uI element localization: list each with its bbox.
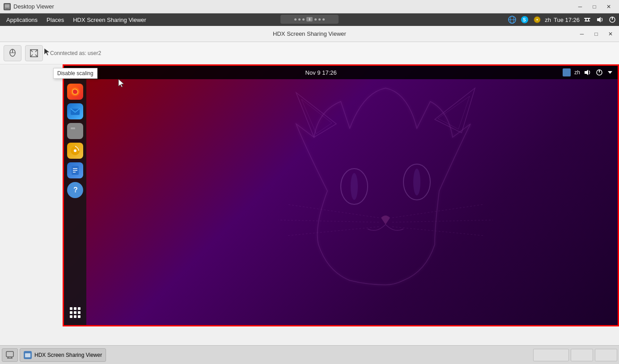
scale-tool-button[interactable]: Disable scaling [25, 45, 43, 61]
hdx-minimize-button[interactable]: ─ [575, 29, 589, 39]
svg-rect-54 [6, 351, 13, 357]
window-controls: ─ □ ✕ [573, 2, 615, 12]
svg-line-50 [287, 204, 379, 218]
taskbar-placeholder-2 [571, 349, 593, 361]
svg-marker-29 [608, 71, 612, 74]
connected-label: Conntected as: user2 [50, 50, 101, 56]
svg-rect-58 [25, 353, 30, 357]
dock-docs-icon[interactable] [67, 162, 83, 178]
close-button[interactable]: ✕ [602, 2, 615, 12]
hdx-win-controls: ─ □ ✕ [575, 29, 617, 39]
ubuntu-dock: ? [64, 79, 86, 325]
taskbar-placeholder-3 [595, 349, 617, 361]
language-label[interactable]: zh [545, 17, 551, 23]
outer-window: Desktop Viewer ─ □ ✕ Applications Places… [0, 0, 619, 364]
hdx-restore-button[interactable]: □ [589, 29, 603, 39]
dock-help-icon[interactable]: ? [67, 182, 83, 198]
disable-scaling-tooltip: Disable scaling [53, 68, 98, 79]
remote-network-icon [563, 68, 571, 76]
hdx-content: Nov 9 17:26 zh [0, 64, 619, 345]
dock-email-icon[interactable] [67, 103, 83, 119]
clock-icon[interactable] [532, 15, 542, 25]
left-panel [0, 64, 63, 326]
maximize-button[interactable]: □ [588, 2, 601, 12]
wallpaper [64, 66, 618, 325]
remote-tray: zh [563, 68, 613, 76]
svg-marker-26 [585, 70, 588, 75]
svg-point-36 [74, 149, 76, 152]
places-menu[interactable]: Places [42, 16, 68, 24]
system-tray: S zh Tue 17:26 [507, 15, 617, 25]
taskbar-hdx-button[interactable]: HDX Screen Sharing Viewer [20, 348, 106, 362]
svg-rect-1 [5, 4, 9, 8]
taskbar-hdx-label: HDX Screen Sharing Viewer [34, 352, 102, 358]
svg-line-48 [392, 220, 493, 222]
title-bar: Desktop Viewer ─ □ ✕ [0, 0, 619, 13]
cat-silhouette [216, 64, 529, 326]
taskbar-hdx-icon [24, 351, 32, 359]
outer-taskbar: HDX Screen Sharing Viewer [0, 345, 619, 364]
svg-marker-25 [44, 48, 50, 55]
hdx-title-bar: HDX Screen Sharing Viewer ─ □ ✕ [0, 26, 619, 42]
mouse-tool-button[interactable] [4, 45, 21, 61]
volume-icon[interactable] [595, 15, 605, 25]
dock-firefox-icon[interactable] [67, 84, 83, 100]
dock-apps-grid-icon[interactable] [67, 305, 83, 321]
hdx-menu[interactable]: HDX Screen Sharing Viewer [68, 16, 151, 24]
clock-time: Tue 17:26 [554, 17, 580, 23]
remote-volume-icon [584, 68, 592, 76]
svg-line-49 [392, 227, 484, 236]
remote-chevron-icon [607, 69, 613, 76]
remote-datetime: Nov 9 17:26 [79, 69, 563, 76]
network-config-icon[interactable] [582, 15, 592, 25]
dock-music-icon[interactable] [67, 143, 83, 159]
svg-rect-10 [584, 18, 590, 19]
svg-line-52 [287, 227, 379, 236]
power-icon[interactable] [607, 15, 617, 25]
remote-cursor [118, 78, 125, 90]
hdx-toolbar: Disable scaling Conntected as: user2 [0, 42, 619, 64]
skype-icon[interactable]: S [520, 15, 530, 25]
menu-bar: Applications Places HDX Screen Sharing V… [0, 13, 619, 26]
svg-rect-2 [6, 8, 8, 9]
title-bar-text: Desktop Viewer [13, 3, 573, 10]
minimize-button[interactable]: ─ [573, 2, 587, 12]
app-icon [4, 3, 11, 10]
dock-files-icon[interactable] [67, 123, 83, 139]
hdx-close-button[interactable]: ✕ [604, 29, 617, 39]
taskbar-placeholder-1 [533, 349, 569, 361]
applications-menu[interactable]: Applications [2, 16, 42, 24]
remote-topbar: Nov 9 17:26 zh [64, 66, 618, 79]
svg-line-47 [392, 204, 484, 218]
svg-line-51 [278, 220, 379, 222]
remote-lang: zh [574, 69, 580, 76]
remote-power-icon [595, 68, 603, 76]
svg-marker-53 [119, 79, 124, 87]
svg-text:?: ? [73, 186, 78, 194]
svg-point-9 [537, 19, 538, 21]
svg-rect-33 [71, 128, 80, 135]
svg-point-45 [351, 173, 358, 200]
show-desktop-button[interactable] [2, 348, 18, 362]
hdx-title-text: HDX Screen Sharing Viewer [273, 30, 346, 37]
svg-point-46 [413, 169, 420, 195]
taskbar-right [533, 349, 617, 361]
svg-text:S: S [523, 17, 526, 22]
remote-desktop[interactable]: Nov 9 17:26 zh [63, 64, 619, 326]
svg-rect-34 [71, 127, 75, 129]
network-icon[interactable] [507, 15, 517, 25]
svg-rect-13 [585, 21, 590, 21]
hdx-inner-window: HDX Screen Sharing Viewer ─ □ ✕ [0, 26, 619, 364]
svg-marker-14 [597, 17, 601, 22]
